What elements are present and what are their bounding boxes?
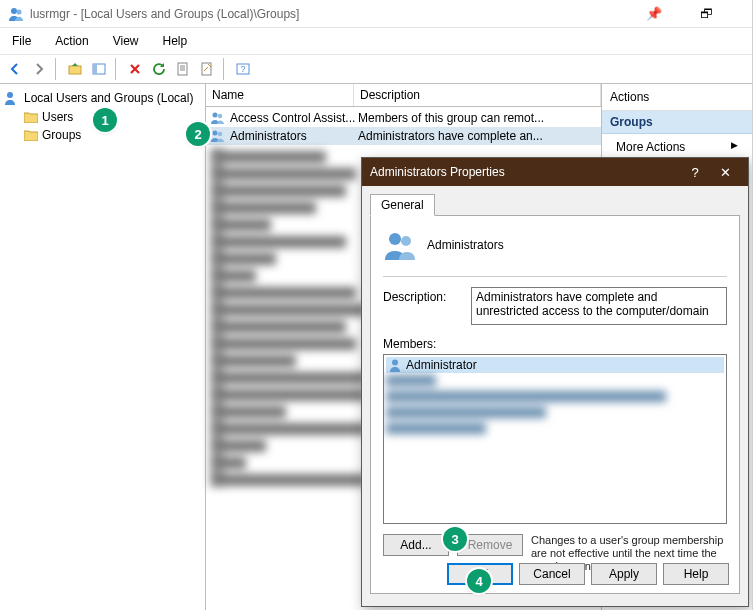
properties-dialog: Administrators Properties ? ✕ General Ad… — [361, 157, 749, 607]
tree-users-label: Users — [42, 110, 73, 124]
members-label: Members: — [383, 337, 727, 351]
group-large-icon — [383, 228, 417, 262]
svg-text:?: ? — [240, 64, 245, 74]
svg-point-12 — [213, 131, 218, 136]
row-desc: Administrators have complete an... — [358, 129, 597, 143]
actions-group-label: Groups — [602, 111, 752, 134]
window-title: lusrmgr - [Local Users and Groups (Local… — [30, 7, 640, 21]
chevron-right-icon: ▶ — [731, 140, 738, 150]
col-name[interactable]: Name — [206, 84, 354, 106]
delete-button[interactable] — [124, 58, 146, 80]
tree-panel: Local Users and Groups (Local) Users Gro… — [0, 84, 206, 610]
forward-button[interactable] — [28, 58, 50, 80]
svg-point-11 — [218, 114, 222, 118]
list-row[interactable]: Access Control Assist... Members of this… — [206, 109, 601, 127]
dialog-help-button[interactable]: ? — [680, 165, 710, 180]
description-label: Description: — [383, 287, 461, 304]
svg-point-15 — [401, 236, 411, 246]
svg-rect-4 — [93, 64, 97, 74]
cancel-button[interactable]: Cancel — [519, 563, 585, 585]
svg-point-9 — [7, 92, 13, 98]
members-list[interactable]: Administrator — [383, 354, 727, 524]
menu-file[interactable]: File — [8, 32, 35, 50]
row-name: Access Control Assist... — [230, 111, 358, 125]
tree-root-label: Local Users and Groups (Local) — [24, 91, 193, 105]
list-header: Name Description — [206, 84, 601, 107]
group-name: Administrators — [427, 238, 504, 252]
refresh-button[interactable] — [148, 58, 170, 80]
help-button[interactable]: ? — [232, 58, 254, 80]
user-icon — [388, 358, 402, 372]
description-field[interactable] — [471, 287, 727, 325]
tab-strip: General — [370, 194, 740, 216]
menu-action[interactable]: Action — [51, 32, 92, 50]
svg-point-13 — [218, 132, 222, 136]
folder-icon — [24, 130, 38, 141]
menu-help[interactable]: Help — [159, 32, 192, 50]
step-badge-4: 4 — [467, 569, 491, 593]
group-icon — [210, 128, 226, 144]
apply-button[interactable]: Apply — [591, 563, 657, 585]
menu-view[interactable]: View — [109, 32, 143, 50]
svg-point-0 — [11, 8, 17, 14]
help-button[interactable]: Help — [663, 563, 729, 585]
title-bar: lusrmgr - [Local Users and Groups (Local… — [0, 0, 752, 28]
back-button[interactable] — [4, 58, 26, 80]
menu-bar: File Action View Help — [0, 28, 752, 55]
tree-root[interactable]: Local Users and Groups (Local) — [2, 88, 203, 108]
step-badge-2: 2 — [186, 122, 210, 146]
folder-icon — [24, 112, 38, 123]
dialog-titlebar: Administrators Properties ? ✕ — [362, 158, 748, 186]
svg-point-1 — [17, 9, 22, 14]
svg-rect-2 — [69, 66, 81, 74]
actions-header: Actions — [602, 84, 752, 111]
tree-groups-label: Groups — [42, 128, 81, 142]
export-button[interactable] — [172, 58, 194, 80]
app-icon — [8, 6, 24, 22]
member-name: Administrator — [406, 358, 477, 372]
svg-point-14 — [389, 233, 401, 245]
actions-more-label: More Actions — [616, 140, 685, 154]
step-badge-3: 3 — [443, 527, 467, 551]
show-hide-button[interactable] — [88, 58, 110, 80]
tab-content: Administrators Description: Members: Adm… — [370, 216, 740, 594]
col-description[interactable]: Description — [354, 84, 601, 106]
step-badge-1: 1 — [93, 108, 117, 132]
description-row: Description: — [383, 287, 727, 325]
properties-button[interactable] — [196, 58, 218, 80]
row-name: Administrators — [230, 129, 358, 143]
list-row[interactable]: Administrators Administrators have compl… — [206, 127, 601, 145]
restore-button[interactable]: 🗗 — [692, 6, 720, 21]
members-blurred — [386, 375, 724, 437]
pin-button[interactable]: 📌 — [640, 6, 668, 21]
up-button[interactable] — [64, 58, 86, 80]
dialog-close-button[interactable]: ✕ — [710, 165, 740, 180]
group-header: Administrators — [383, 228, 727, 262]
dialog-title: Administrators Properties — [370, 165, 680, 179]
users-groups-icon — [4, 90, 20, 106]
toolbar: ? — [0, 55, 752, 84]
row-desc: Members of this group can remot... — [358, 111, 597, 125]
svg-point-16 — [392, 360, 398, 366]
member-row[interactable]: Administrator — [386, 357, 724, 373]
add-button[interactable]: Add... — [383, 534, 449, 556]
group-icon — [210, 110, 226, 126]
svg-point-10 — [213, 113, 218, 118]
dialog-body: General Administrators Description: Memb… — [362, 186, 748, 602]
tab-general[interactable]: General — [370, 194, 435, 216]
svg-rect-5 — [178, 63, 187, 75]
